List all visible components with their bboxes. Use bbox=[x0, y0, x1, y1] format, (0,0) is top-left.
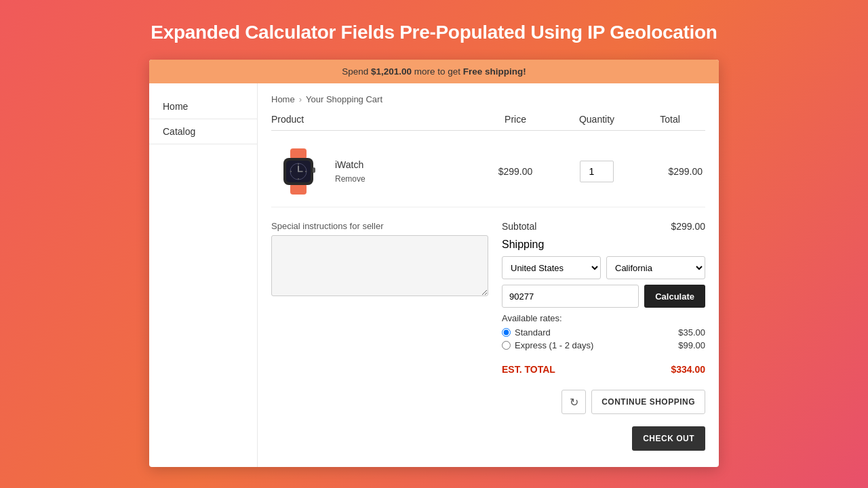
cart-summary: Subtotal $299.00 Shipping United States … bbox=[502, 221, 705, 451]
state-select[interactable]: California New York Texas bbox=[606, 256, 705, 279]
product-name: iWatch bbox=[335, 159, 366, 170]
page-title: Expanded Calculator Fields Pre-Populated… bbox=[151, 22, 717, 43]
header-quantity: Quantity bbox=[556, 114, 637, 125]
est-total-row: EST. TOTAL $334.00 bbox=[502, 364, 705, 375]
checkout-button[interactable]: CHECK OUT bbox=[632, 426, 705, 451]
breadcrumb-current: Your Shopping Cart bbox=[306, 94, 382, 104]
special-instructions-label: Special instructions for seller bbox=[271, 221, 488, 231]
header-price: Price bbox=[475, 114, 556, 125]
promo-highlight: Free shipping! bbox=[463, 66, 526, 77]
promo-text-before: Spend bbox=[342, 66, 371, 77]
cart-actions: ↻ CONTINUE SHOPPING bbox=[502, 390, 705, 414]
calculate-button[interactable]: Calculate bbox=[644, 285, 705, 308]
svg-rect-11 bbox=[313, 167, 315, 173]
main-content: Home › Your Shopping Cart Product Price … bbox=[258, 83, 719, 467]
est-total-value: $334.00 bbox=[671, 364, 705, 375]
store-window: Spend $1,201.00 more to get Free shippin… bbox=[149, 60, 719, 467]
zip-row: Calculate bbox=[502, 285, 705, 308]
sidebar-item-home[interactable]: Home bbox=[149, 94, 257, 119]
rate-label-standard: Standard bbox=[515, 327, 551, 338]
cart-header: Product Price Quantity Total bbox=[271, 114, 705, 131]
svg-point-7 bbox=[298, 163, 299, 165]
rate-label-express: Express (1 - 2 days) bbox=[515, 340, 593, 350]
subtotal-label: Subtotal bbox=[502, 221, 536, 232]
product-image bbox=[271, 144, 326, 199]
rate-price-express: $99.00 bbox=[678, 340, 705, 350]
est-total-label: EST. TOTAL bbox=[502, 364, 555, 375]
remove-link[interactable]: Remove bbox=[335, 174, 366, 184]
checkout-actions: CHECK OUT bbox=[502, 426, 705, 451]
quantity-input[interactable] bbox=[580, 161, 614, 182]
continue-shopping-button[interactable]: CONTINUE SHOPPING bbox=[591, 390, 705, 414]
svg-point-10 bbox=[305, 171, 307, 172]
product-price: $299.00 bbox=[475, 166, 556, 177]
product-total: $299.00 bbox=[637, 166, 705, 177]
rate-radio-standard[interactable] bbox=[502, 328, 511, 337]
header-total: Total bbox=[637, 114, 705, 125]
zip-input[interactable] bbox=[502, 285, 639, 308]
product-quantity-col bbox=[556, 161, 637, 182]
table-row: iWatch Remove $299.00 $299.00 bbox=[271, 136, 705, 207]
rate-option-standard: Standard $35.00 bbox=[502, 327, 705, 338]
breadcrumb: Home › Your Shopping Cart bbox=[271, 94, 705, 104]
rate-price-standard: $35.00 bbox=[678, 327, 705, 338]
shipping-dropdowns: United States Canada United Kingdom Cali… bbox=[502, 256, 705, 279]
subtotal-row: Subtotal $299.00 bbox=[502, 221, 705, 232]
svg-point-9 bbox=[290, 171, 292, 172]
sidebar-item-catalog[interactable]: Catalog bbox=[149, 119, 257, 144]
svg-point-8 bbox=[298, 178, 299, 180]
available-rates: Available rates: Standard $35.00 bbox=[502, 313, 705, 353]
promo-amount: $1,201.00 bbox=[371, 66, 412, 77]
svg-rect-0 bbox=[290, 148, 307, 159]
header-product: Product bbox=[271, 114, 475, 125]
promo-bar: Spend $1,201.00 more to get Free shippin… bbox=[149, 60, 719, 83]
special-instructions-input[interactable] bbox=[271, 235, 488, 296]
rate-radio-express[interactable] bbox=[502, 341, 511, 350]
country-select[interactable]: United States Canada United Kingdom bbox=[502, 256, 601, 279]
breadcrumb-home[interactable]: Home bbox=[271, 94, 295, 104]
svg-rect-1 bbox=[290, 184, 307, 195]
breadcrumb-separator: › bbox=[299, 94, 302, 104]
rate-option-express: Express (1 - 2 days) $99.00 bbox=[502, 340, 705, 350]
promo-text-middle: more to get bbox=[412, 66, 463, 77]
store-body: Home Catalog Home › Your Shopping Cart P… bbox=[149, 83, 719, 467]
bottom-section: Special instructions for seller Subtotal… bbox=[271, 221, 705, 451]
refresh-button[interactable]: ↻ bbox=[561, 390, 586, 414]
special-instructions: Special instructions for seller bbox=[271, 221, 488, 451]
rates-label: Available rates: bbox=[502, 313, 705, 323]
sidebar: Home Catalog bbox=[149, 83, 258, 467]
product-info: iWatch Remove bbox=[271, 144, 475, 199]
shipping-label: Shipping bbox=[502, 239, 705, 251]
product-details: iWatch Remove bbox=[335, 159, 366, 184]
subtotal-value: $299.00 bbox=[671, 221, 705, 232]
shipping-section: Shipping United States Canada United Kin… bbox=[502, 239, 705, 353]
